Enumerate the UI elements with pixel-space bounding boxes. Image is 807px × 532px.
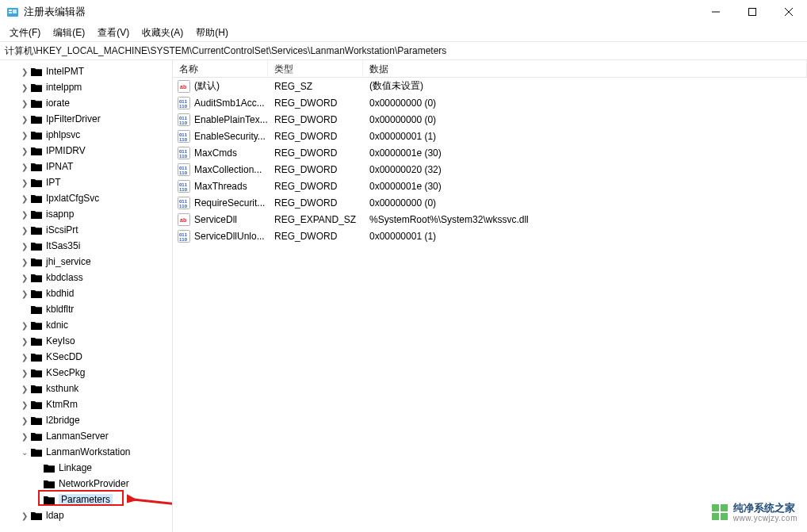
expand-icon[interactable]: ❯ [19, 67, 30, 76]
folder-icon [30, 510, 43, 521]
tree-item[interactable]: ❯kbdclass [0, 270, 172, 285]
expand-icon[interactable]: ❯ [19, 147, 30, 155]
expand-icon[interactable]: ❯ [19, 242, 30, 251]
tree-item-label: kbdclass [46, 272, 83, 283]
expand-icon[interactable]: ❯ [19, 115, 30, 124]
collapse-icon[interactable]: ⌄ [19, 448, 30, 457]
expand-icon[interactable]: ❯ [19, 385, 30, 393]
menu-help[interactable]: 帮助(H) [189, 25, 235, 41]
expand-icon[interactable]: ❯ [19, 163, 30, 171]
expand-icon[interactable]: ❯ [19, 83, 30, 92]
tree-item[interactable]: ❯IpFilterDriver [0, 111, 172, 127]
tree-item[interactable]: ❯IntelPMT [0, 63, 172, 79]
tree-item[interactable]: ❯IPMIDRV [0, 143, 172, 159]
value-row[interactable]: 011110MaxCollection...REG_DWORD0x0000002… [173, 161, 807, 178]
folder-icon [43, 462, 55, 473]
expand-icon[interactable]: ❯ [19, 258, 30, 266]
tree-item[interactable]: ❯intelppm [0, 79, 172, 95]
expand-icon[interactable]: ❯ [19, 321, 30, 330]
value-row[interactable]: 011110AuditSmb1Acc...REG_DWORD0x00000000… [173, 94, 807, 111]
tree-view[interactable]: ❯IntelPMT❯intelppm❯iorate❯IpFilterDriver… [0, 60, 173, 532]
menu-file[interactable]: 文件(F) [3, 25, 47, 41]
tree-item[interactable]: ❯iorate [0, 95, 172, 111]
value-name: MaxThreads [194, 181, 247, 192]
expand-icon[interactable]: ❯ [19, 194, 30, 203]
value-name: (默认) [194, 79, 220, 93]
tree-item[interactable]: ❯ksthunk [0, 381, 172, 396]
expand-icon[interactable]: ❯ [19, 131, 30, 140]
tree-item[interactable]: ❯LanmanServer [0, 428, 172, 444]
svg-text:110: 110 [179, 137, 188, 142]
value-row[interactable]: 011110MaxThreadsREG_DWORD0x0000001e (30) [173, 178, 807, 194]
menu-view[interactable]: 查看(V) [91, 25, 136, 41]
value-row[interactable]: 011110ServiceDllUnlo...REG_DWORD0x000000… [173, 228, 807, 244]
expand-icon[interactable]: ❯ [19, 416, 30, 425]
expand-icon[interactable]: ❯ [19, 210, 30, 219]
expand-icon[interactable]: ❯ [19, 226, 30, 235]
column-type-header[interactable]: 类型 [268, 60, 363, 77]
value-row[interactable]: 011110MaxCmdsREG_DWORD0x0000001e (30) [173, 144, 807, 161]
tree-item[interactable]: ❯KSecPkg [0, 365, 172, 381]
folder-icon [30, 209, 43, 220]
value-row[interactable]: 011110RequireSecurit...REG_DWORD0x000000… [173, 194, 807, 211]
tree-item[interactable]: ⌄LanmanWorkstation [0, 444, 172, 460]
value-row[interactable]: abServiceDllREG_EXPAND_SZ%SystemRoot%\Sy… [173, 211, 807, 228]
tree-item[interactable]: ❯IPT [0, 174, 172, 190]
tree-item[interactable]: ❯jhi_service [0, 254, 172, 270]
string-value-icon: ab [178, 213, 190, 226]
tree-item[interactable]: ❯kdnic [0, 317, 172, 333]
folder-icon [30, 98, 43, 109]
tree-item[interactable]: ❯KtmRm [0, 396, 172, 412]
expand-icon[interactable]: ❯ [19, 274, 30, 282]
svg-rect-39 [712, 513, 719, 520]
svg-text:ab: ab [180, 84, 186, 90]
tree-item[interactable]: ❯isapnp [0, 206, 172, 222]
expand-icon[interactable]: ❯ [19, 99, 30, 108]
expand-icon[interactable]: ❯ [19, 337, 30, 346]
tree-item[interactable]: ❯kbdhid [0, 285, 172, 301]
tree-item-label: KSecDD [46, 351, 82, 362]
tree-item-label: iphlpsvc [46, 129, 80, 140]
tree-item[interactable]: ❯iphlpsvc [0, 127, 172, 143]
tree-item[interactable]: kbldfltr [0, 301, 172, 317]
expand-icon[interactable]: ❯ [19, 432, 30, 441]
tree-item[interactable]: ❯l2bridge [0, 412, 172, 428]
watermark-text: 纯净系统之家 [733, 503, 797, 514]
close-button[interactable] [771, 0, 807, 24]
svg-rect-3 [13, 10, 17, 13]
column-data-header[interactable]: 数据 [363, 60, 807, 77]
value-data: 0x0000001e (30) [363, 147, 807, 159]
value-row[interactable]: ab(默认)REG_SZ(数值未设置) [173, 78, 807, 94]
menubar: 文件(F) 编辑(E) 查看(V) 收藏夹(A) 帮助(H) [0, 24, 807, 41]
value-data: 0x00000001 (1) [363, 231, 807, 242]
svg-text:110: 110 [179, 204, 188, 209]
tree-item[interactable]: ❯iScsiPrt [0, 222, 172, 238]
address-bar[interactable]: 计算机\HKEY_LOCAL_MACHINE\SYSTEM\CurrentCon… [0, 41, 807, 60]
expand-icon[interactable]: ❯ [19, 369, 30, 377]
tree-item[interactable]: Linkage [0, 460, 172, 476]
list-view[interactable]: 名称 类型 数据 ab(默认)REG_SZ(数值未设置)011110AuditS… [173, 60, 807, 532]
expand-icon[interactable]: ❯ [19, 353, 30, 362]
tree-item[interactable]: ❯IpxlatCfgSvc [0, 190, 172, 206]
tree-item-label: kdnic [46, 320, 68, 331]
expand-icon[interactable]: ❯ [19, 289, 30, 298]
minimize-button[interactable] [698, 0, 734, 24]
tree-item[interactable]: ❯ItSas35i [0, 238, 172, 254]
value-row[interactable]: 011110EnablePlainTex...REG_DWORD0x000000… [173, 111, 807, 128]
expand-icon[interactable]: ❯ [19, 511, 30, 520]
folder-icon [30, 335, 43, 346]
tree-item[interactable]: ❯IPNAT [0, 159, 172, 174]
value-row[interactable]: 011110EnableSecurity...REG_DWORD0x000000… [173, 128, 807, 144]
expand-icon[interactable]: ❯ [19, 400, 30, 409]
tree-item[interactable]: ❯KeyIso [0, 333, 172, 349]
folder-icon [30, 66, 43, 77]
expand-icon[interactable]: ❯ [19, 178, 30, 187]
tree-item[interactable]: ❯KSecDD [0, 349, 172, 365]
maximize-button[interactable] [734, 0, 771, 24]
tree-item-label: LanmanWorkstation [46, 446, 131, 457]
menu-edit[interactable]: 编辑(E) [47, 25, 91, 41]
value-name: EnablePlainTex... [194, 114, 268, 125]
column-name-header[interactable]: 名称 [173, 60, 268, 77]
menu-favorites[interactable]: 收藏夹(A) [136, 25, 189, 41]
tree-item-label: IpFilterDriver [46, 113, 101, 124]
